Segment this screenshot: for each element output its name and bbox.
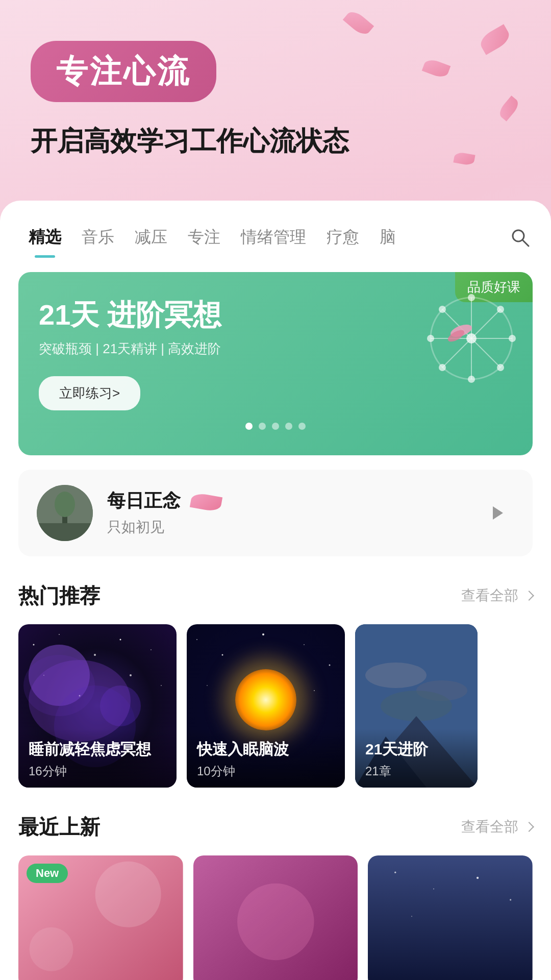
hero-subtitle: 开启高效学习工作心流状态 (31, 122, 520, 160)
svg-line-1 (523, 240, 529, 246)
new-section-header: 最近上新 查看全部 (18, 813, 533, 841)
svg-rect-19 (37, 523, 93, 541)
hot-card-2[interactable]: 快速入眠脑波 10分钟 (187, 624, 345, 788)
card-label-1: 睡前减轻焦虑冥想 16分钟 (18, 729, 177, 788)
banner-cta-button[interactable]: 立即练习> (39, 376, 140, 410)
svg-point-13 (439, 364, 446, 371)
tab-jingxuan[interactable]: 精选 (18, 221, 71, 254)
daily-avatar (37, 485, 93, 541)
svg-point-23 (33, 644, 35, 645)
svg-point-34 (196, 639, 197, 640)
svg-point-57 (411, 916, 412, 917)
tab-brain[interactable]: 脑 (369, 221, 406, 254)
tab-healing[interactable]: 疗愈 (316, 221, 369, 254)
svg-point-49 (30, 927, 73, 971)
header-area: 专注心流 开启高效学习工作心流状态 (0, 0, 551, 180)
svg-point-27 (151, 649, 152, 650)
svg-point-38 (329, 664, 331, 666)
card-title-1: 睡前减轻焦虑冥想 (29, 739, 166, 760)
new-badge-1: New (27, 864, 68, 883)
svg-point-31 (161, 685, 162, 686)
svg-point-37 (304, 644, 305, 645)
chevron-icon-2 (524, 822, 534, 832)
svg-point-24 (59, 634, 60, 635)
svg-point-39 (207, 685, 208, 686)
svg-point-9 (427, 335, 434, 342)
svg-point-11 (439, 306, 446, 313)
svg-point-12 (497, 364, 504, 371)
hot-card-1[interactable]: 睡前减轻焦虑冥想 16分钟 (18, 624, 177, 788)
svg-point-30 (130, 674, 132, 676)
svg-point-26 (120, 639, 121, 640)
dot-3 (272, 423, 279, 430)
svg-point-33 (23, 655, 95, 716)
hero-badge-text: 专注心流 (56, 54, 191, 89)
svg-point-0 (513, 230, 524, 241)
daily-mindfulness-card[interactable]: 每日正念 只如初见 (18, 470, 533, 556)
hot-section-more[interactable]: 查看全部 (461, 586, 533, 605)
play-button[interactable] (479, 495, 514, 531)
dot-4 (285, 423, 292, 430)
svg-point-8 (468, 376, 475, 383)
svg-point-53 (395, 872, 396, 873)
new-section-more[interactable]: 查看全部 (461, 817, 533, 837)
card-title-3: 21天进阶 (365, 739, 467, 760)
daily-info: 每日正念 只如初见 (107, 488, 464, 537)
banner: 品质好课 (18, 272, 533, 455)
svg-point-25 (94, 654, 96, 656)
hot-section-title: 热门推荐 (18, 582, 100, 610)
svg-point-48 (95, 862, 161, 927)
dot-5 (298, 423, 306, 430)
new-section-title: 最近上新 (18, 813, 100, 841)
petal-icon (190, 492, 222, 512)
svg-point-40 (314, 690, 315, 691)
card-meta-2: 10分钟 (197, 763, 335, 779)
svg-point-7 (468, 294, 475, 301)
tab-music[interactable]: 音乐 (71, 221, 124, 254)
svg-point-42 (365, 663, 427, 688)
tab-emotion[interactable]: 情绪管理 (231, 221, 316, 254)
card-label-3: 21天进阶 21章 (355, 729, 478, 788)
svg-point-56 (510, 899, 511, 900)
new-card-3[interactable] (368, 855, 533, 980)
light-orb (235, 669, 296, 730)
new-cards-row: New (18, 855, 533, 980)
svg-point-10 (509, 335, 516, 342)
chevron-icon (524, 591, 534, 601)
svg-marker-22 (493, 506, 503, 520)
svg-point-36 (262, 633, 264, 635)
daily-subtitle: 只如初见 (107, 518, 464, 537)
tab-jianyi[interactable]: 减压 (124, 221, 178, 254)
svg-rect-52 (368, 855, 533, 980)
svg-point-51 (237, 884, 314, 961)
search-button[interactable] (507, 225, 533, 250)
hot-card-3[interactable]: 21天进阶 21章 (355, 624, 478, 788)
svg-point-55 (477, 877, 479, 879)
svg-point-14 (497, 306, 504, 313)
daily-title: 每日正念 (107, 488, 464, 513)
svg-point-21 (55, 492, 75, 517)
dot-1 (245, 423, 253, 430)
svg-point-15 (466, 333, 477, 344)
tab-bar: 精选 音乐 减压 专注 情绪管理 疗愈 脑 (18, 221, 533, 254)
windmill-decoration (405, 282, 517, 395)
main-card: 精选 音乐 减压 专注 情绪管理 疗愈 脑 品质好课 (0, 201, 551, 980)
card-label-2: 快速入眠脑波 10分钟 (187, 729, 345, 788)
hot-section-header: 热门推荐 查看全部 (18, 582, 533, 610)
dot-2 (259, 423, 266, 430)
svg-point-35 (222, 654, 223, 655)
hero-badge: 专注心流 (31, 41, 216, 102)
tab-zhuanzhu[interactable]: 专注 (178, 221, 231, 254)
new-card-1[interactable]: New (18, 855, 183, 980)
new-card-2[interactable] (193, 855, 358, 980)
search-icon (510, 227, 530, 248)
card-meta-1: 16分钟 (29, 763, 166, 779)
banner-dots (39, 423, 512, 430)
card-meta-3: 21章 (365, 763, 467, 779)
card-title-2: 快速入眠脑波 (197, 739, 335, 760)
hot-cards-row: 睡前减轻焦虑冥想 16分钟 快速入眠脑波 10分钟 (18, 624, 533, 788)
svg-point-54 (433, 888, 434, 889)
